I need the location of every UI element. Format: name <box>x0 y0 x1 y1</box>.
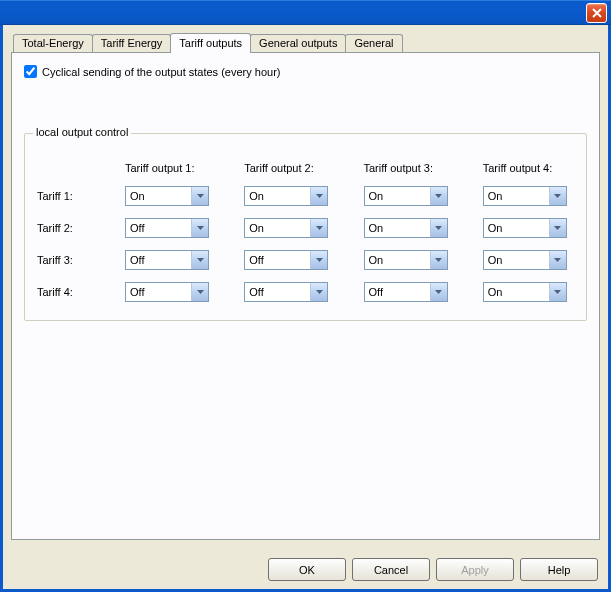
col-head-3: Tariff output 3: <box>364 162 455 174</box>
help-button[interactable]: Help <box>520 558 598 581</box>
row-head-3: Tariff 3: <box>37 254 97 266</box>
tab-general-outputs[interactable]: General outputs <box>250 34 346 52</box>
dialog-button-row: OK Cancel Apply Help <box>268 558 598 581</box>
cyclical-sending-label: Cyclical sending of the output states (e… <box>42 66 280 78</box>
tab-tariff-outputs[interactable]: Tariff outputs <box>170 33 251 53</box>
select-value: On <box>484 187 549 205</box>
tab-tariff-energy[interactable]: Tariff Energy <box>92 34 172 52</box>
tariff4-output2-select[interactable]: Off <box>244 282 328 302</box>
chevron-down-icon <box>191 251 208 269</box>
grid-corner <box>37 168 97 169</box>
chevron-down-icon <box>430 283 447 301</box>
select-value: On <box>245 219 310 237</box>
select-value: On <box>365 219 430 237</box>
tariff3-output4-select[interactable]: On <box>483 250 567 270</box>
group-title: local output control <box>33 126 131 138</box>
chevron-down-icon <box>191 219 208 237</box>
row-head-4: Tariff 4: <box>37 286 97 298</box>
col-head-2: Tariff output 2: <box>244 162 335 174</box>
tariff3-output2-select[interactable]: Off <box>244 250 328 270</box>
close-button[interactable] <box>586 3 607 23</box>
col-head-4: Tariff output 4: <box>483 162 574 174</box>
button-label: Apply <box>461 564 489 576</box>
chevron-down-icon <box>191 187 208 205</box>
select-value: Off <box>126 283 191 301</box>
chevron-down-icon <box>549 283 566 301</box>
tab-general[interactable]: General <box>345 34 402 52</box>
local-output-control-group: local output control Tariff output 1: Ta… <box>24 133 587 321</box>
cyclical-sending-row: Cyclical sending of the output states (e… <box>24 65 587 78</box>
select-value: On <box>245 187 310 205</box>
client-area: Total-Energy Tariff Energy Tariff output… <box>0 25 611 592</box>
tariff1-output2-select[interactable]: On <box>244 186 328 206</box>
button-label: OK <box>299 564 315 576</box>
tariff2-output3-select[interactable]: On <box>364 218 448 238</box>
select-value: Off <box>126 219 191 237</box>
select-value: Off <box>126 251 191 269</box>
tariff1-output1-select[interactable]: On <box>125 186 209 206</box>
row-head-1: Tariff 1: <box>37 190 97 202</box>
tariff1-output3-select[interactable]: On <box>364 186 448 206</box>
select-value: Off <box>245 251 310 269</box>
row-head-2: Tariff 2: <box>37 222 97 234</box>
button-label: Help <box>548 564 571 576</box>
cancel-button[interactable]: Cancel <box>352 558 430 581</box>
chevron-down-icon <box>310 219 327 237</box>
tariff1-output4-select[interactable]: On <box>483 186 567 206</box>
chevron-down-icon <box>549 187 566 205</box>
select-value: On <box>365 251 430 269</box>
tab-label: Total-Energy <box>22 37 84 49</box>
button-label: Cancel <box>374 564 408 576</box>
chevron-down-icon <box>430 219 447 237</box>
chevron-down-icon <box>549 251 566 269</box>
chevron-down-icon <box>310 251 327 269</box>
select-value: Off <box>365 283 430 301</box>
tab-label: Tariff Energy <box>101 37 163 49</box>
col-head-1: Tariff output 1: <box>125 162 216 174</box>
chevron-down-icon <box>191 283 208 301</box>
tab-label: General <box>354 37 393 49</box>
select-value: On <box>365 187 430 205</box>
tariff4-output4-select[interactable]: On <box>483 282 567 302</box>
tariff2-output4-select[interactable]: On <box>483 218 567 238</box>
tab-strip: Total-Energy Tariff Energy Tariff output… <box>13 33 600 52</box>
tariff2-output1-select[interactable]: Off <box>125 218 209 238</box>
select-value: On <box>484 283 549 301</box>
select-value: On <box>126 187 191 205</box>
tariff4-output1-select[interactable]: Off <box>125 282 209 302</box>
select-value: On <box>484 251 549 269</box>
tab-total-energy[interactable]: Total-Energy <box>13 34 93 52</box>
tariff3-output3-select[interactable]: On <box>364 250 448 270</box>
tab-label: Tariff outputs <box>179 37 242 49</box>
chevron-down-icon <box>310 187 327 205</box>
ok-button[interactable]: OK <box>268 558 346 581</box>
tariff3-output1-select[interactable]: Off <box>125 250 209 270</box>
cyclical-sending-checkbox[interactable] <box>24 65 37 78</box>
apply-button: Apply <box>436 558 514 581</box>
chevron-down-icon <box>430 187 447 205</box>
output-grid: Tariff output 1: Tariff output 2: Tariff… <box>37 162 574 302</box>
tariff2-output2-select[interactable]: On <box>244 218 328 238</box>
tab-label: General outputs <box>259 37 337 49</box>
chevron-down-icon <box>310 283 327 301</box>
title-bar <box>0 0 611 25</box>
close-icon <box>592 8 602 18</box>
chevron-down-icon <box>430 251 447 269</box>
tab-panel: Cyclical sending of the output states (e… <box>11 52 600 540</box>
tariff4-output3-select[interactable]: Off <box>364 282 448 302</box>
select-value: Off <box>245 283 310 301</box>
select-value: On <box>484 219 549 237</box>
chevron-down-icon <box>549 219 566 237</box>
